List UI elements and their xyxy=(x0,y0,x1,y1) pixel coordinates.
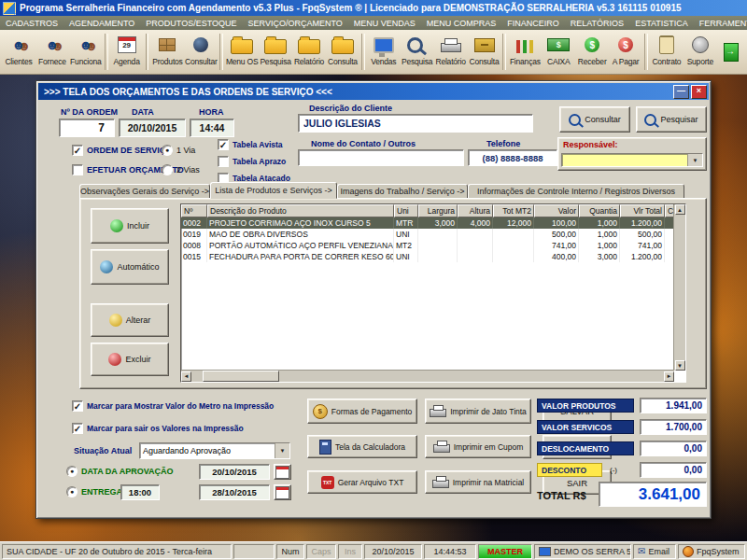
contact-input[interactable] xyxy=(298,149,464,166)
tela-calculadora-button[interactable]: Tela da Calculadora xyxy=(307,435,417,458)
scroll-right-icon[interactable] xyxy=(664,371,674,382)
scrollbar-thumb[interactable] xyxy=(203,371,279,382)
products-icon xyxy=(159,38,176,51)
two-vias-radio[interactable]: 2 Vias xyxy=(162,164,200,175)
toolbar-button-pesquisa-vendas[interactable]: Pesquisa xyxy=(401,31,434,73)
date-field[interactable]: 20/10/2015 xyxy=(119,119,186,137)
menu-item-agendamento[interactable]: AGENDAMENTO xyxy=(63,19,140,28)
one-via-radio[interactable]: ● 1 Via xyxy=(162,145,195,156)
toolbar-button-contrato[interactable]: Contrato xyxy=(650,31,684,73)
toolbar-separator xyxy=(219,34,223,70)
toolbar-button-relatorio-os[interactable]: Relatório xyxy=(292,31,326,73)
automatico-button[interactable]: Automático xyxy=(91,249,169,285)
printer-icon xyxy=(433,444,450,453)
sair-valores-checkbox[interactable]: ✓ Marcar para sair os Valores na Impress… xyxy=(72,423,244,434)
excluir-icon xyxy=(108,353,121,366)
toolbar-button-caixa[interactable]: CAIXA xyxy=(542,31,575,73)
menu-item-servico-orcamento[interactable]: SERVIÇO/ORÇAMENTO xyxy=(243,19,348,28)
mostrar-valor-metro-checkbox[interactable]: ✓ Marcar para Mostrar Valor do Metro na … xyxy=(72,400,274,412)
calendar-icon xyxy=(118,36,136,53)
phone-input[interactable]: (88) 8888-8888 xyxy=(468,149,557,166)
tab-imagens[interactable]: Imagens do Trabalho / Serviço -> xyxy=(337,184,468,199)
toolbar-button-suporte[interactable]: Suporte xyxy=(684,31,717,73)
pesquisar-button[interactable]: Pesquisar xyxy=(636,106,707,133)
consultar-button[interactable]: Consultar xyxy=(559,106,630,133)
status-email[interactable]: Email xyxy=(633,544,676,559)
magnifier-icon xyxy=(644,114,656,126)
toolbar-button-relatorio-vendas[interactable]: Relatório xyxy=(434,31,468,73)
imprimir-matricial-button[interactable]: Imprimir na Matricial xyxy=(425,470,531,494)
toolbar-button-vendas[interactable]: Vendas xyxy=(367,31,401,73)
aprovacao-calendar-button[interactable] xyxy=(274,464,291,480)
table-row[interactable]: 0019 MAO DE OBRA DIVERSOS UNI 500,00 1,0… xyxy=(181,229,685,240)
products-table[interactable]: Nº Descrição do Produto Uni Largura Altu… xyxy=(180,203,686,383)
horizontal-scrollbar[interactable] xyxy=(181,370,674,382)
toolbar-separator xyxy=(502,34,506,70)
menu-item-ferramentas[interactable]: FERRAMENTAS xyxy=(694,19,747,28)
table-row[interactable]: 0008 PORTÃO AUTOMÁTICO AÇO PERFIL VENEZI… xyxy=(181,240,685,251)
menu-item-estatistica[interactable]: ESTATISTICA xyxy=(629,19,694,28)
aprovacao-date-field[interactable]: 20/10/2015 xyxy=(199,464,270,480)
incluir-icon xyxy=(110,219,123,232)
tab-controle-interno[interactable]: Informações de Controle Interno / Regist… xyxy=(468,184,684,199)
toolbar-button-pesquisa-os[interactable]: Pesquisa xyxy=(259,31,292,73)
folder-report-icon xyxy=(298,39,320,54)
toolbar-button-receber[interactable]: Receber xyxy=(575,31,609,73)
tab-lista-produtos[interactable]: Lista de Produtos e Serviços -> xyxy=(210,182,337,199)
incluir-button[interactable]: Incluir xyxy=(91,208,169,244)
contact-label: Nome do Contato / Outros xyxy=(311,139,416,148)
imprimir-jato-button[interactable]: Imprimir de Jato Tinta xyxy=(425,399,531,424)
close-button[interactable]: × xyxy=(691,85,707,99)
situacao-combo[interactable]: Aguardando Aprovação xyxy=(139,442,290,459)
excluir-button[interactable]: Excluir xyxy=(91,343,169,376)
toolbar-button-consultar[interactable]: Consultar xyxy=(184,31,218,73)
menu-item-produtos-estoque[interactable]: PRODUTOS/ESTOQUE xyxy=(140,19,242,28)
responsavel-combo[interactable] xyxy=(561,153,703,167)
toolbar-button-financas[interactable]: Finanças xyxy=(508,31,542,73)
minimize-button[interactable]: — xyxy=(673,85,689,99)
ordem-servico-checkbox[interactable]: ✓ ORDEM DE SERVIÇO xyxy=(72,145,172,156)
toolbar-button-menu-os[interactable]: Menu OS xyxy=(225,31,259,73)
menu-item-menu-compras[interactable]: MENU COMPRAS xyxy=(421,19,502,28)
gerar-txt-button[interactable]: Gerar Arquivo TXT xyxy=(307,470,417,494)
scroll-down-icon[interactable] xyxy=(675,360,685,371)
entrega-radio[interactable]: ● ENTREGA xyxy=(66,486,122,497)
tabela-avista-checkbox[interactable]: ✓ Tabela Avista xyxy=(218,139,283,150)
toolbar-button-consulta-vendas[interactable]: Consulta xyxy=(468,31,501,73)
entrega-date-field[interactable]: 28/10/2015 xyxy=(199,484,270,500)
scroll-left-icon[interactable] xyxy=(181,371,191,382)
toolbar-button-consulta-os[interactable]: Consulta xyxy=(326,31,359,73)
toolbar-button-clientes[interactable]: Clientes xyxy=(2,31,35,73)
entrega-time-field[interactable]: 18:00 xyxy=(120,484,160,500)
toolbar-button-agenda[interactable]: Agenda xyxy=(110,31,144,73)
scroll-up-icon[interactable] xyxy=(675,204,685,215)
table-row[interactable]: 0015 FECHADURA PARA PORTA DE CORRER KESO… xyxy=(181,251,685,262)
vertical-scrollbar[interactable] xyxy=(673,204,685,371)
tab-observacoes[interactable]: Observações Gerais do Serviço -> xyxy=(79,184,210,199)
table-row[interactable]: 0002 PROJETO CORRIMAO AÇO INOX CURSO 5 M… xyxy=(181,217,685,229)
client-label: Descrição do Cliente xyxy=(309,104,392,113)
hour-field[interactable]: 14:44 xyxy=(190,119,234,137)
menu-item-menu-vendas[interactable]: MENU VENDAS xyxy=(348,19,421,28)
data-aprovacao-radio[interactable]: ● DATA DA APROVAÇÃO xyxy=(66,466,174,477)
toolbar-button-produtos[interactable]: Produtos xyxy=(150,31,184,73)
alterar-button[interactable]: Alterar xyxy=(91,303,169,337)
toolbar-button-fornecedores[interactable]: Fornece xyxy=(35,31,69,73)
toolbar-button-funcionarios[interactable]: Funciona xyxy=(69,31,103,73)
table-header: Nº Descrição do Produto Uni Largura Altu… xyxy=(181,204,685,217)
menu-item-cadastros[interactable]: CADASTROS xyxy=(0,19,63,28)
entrega-calendar-button[interactable] xyxy=(274,484,291,500)
toolbar-button-a-pagar[interactable]: A Pagar xyxy=(609,31,642,73)
finance-icon xyxy=(516,40,533,53)
toolbar-separator xyxy=(361,34,365,70)
tabela-aprazo-checkbox[interactable]: Tabela Aprazo xyxy=(218,156,286,167)
order-number-field[interactable]: 7 xyxy=(59,119,115,137)
calendar-icon xyxy=(275,466,289,479)
client-input[interactable]: JULIO IGLESIAS xyxy=(298,114,533,133)
menu-item-relatorios[interactable]: RELATÓRIOS xyxy=(565,19,629,28)
formas-pagamento-button[interactable]: Formas de Pagamento xyxy=(307,399,417,424)
menu-item-financeiro[interactable]: FINANCEIRO xyxy=(501,19,565,28)
toolbar-button-exit[interactable] xyxy=(717,31,745,73)
desconto-value[interactable]: 0,00 xyxy=(640,462,707,478)
imprimir-cupom-button[interactable]: Imprimir em Cupom xyxy=(425,435,531,458)
